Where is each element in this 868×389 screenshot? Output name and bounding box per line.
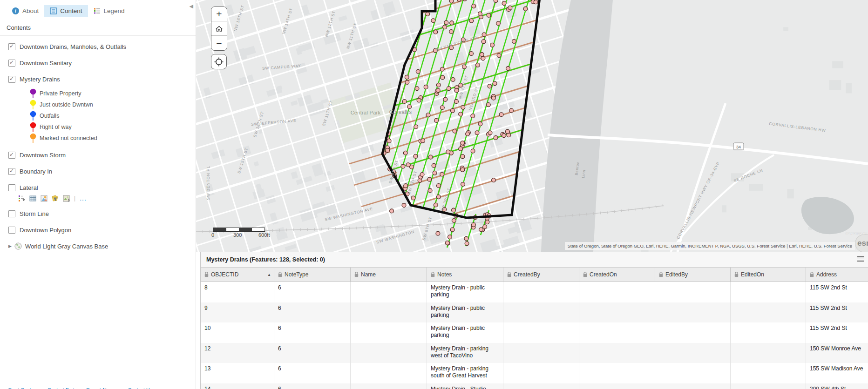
layer-label[interactable]: Downtown Polygon [20,227,71,234]
footer-link-contact-us[interactable]: Contact Us [128,387,152,389]
layer-label[interactable]: Mystery Drains [20,76,60,83]
column-header-editedby[interactable]: EditedBy [655,268,731,282]
cell-createdon [579,383,655,389]
legend-label: Marked not connected [40,135,97,141]
attribute-table-tool-icon[interactable] [29,195,36,202]
layer-row-downtown-drains-manholes-outfalls[interactable]: Downtown Drains, Manholes, & Outfalls [8,41,196,52]
tab-content[interactable]: Content [44,5,88,17]
table-row[interactable]: 86Mystery Drain - public parking115 SW 2… [201,282,868,302]
zoom-out-button[interactable]: − [211,36,227,50]
layer-more-options[interactable]: ... [80,196,87,200]
collapse-panel-icon[interactable]: ◀ [190,3,193,9]
column-header-editedon[interactable]: EditedOn [731,268,806,282]
cell-createdon [579,282,655,302]
attribute-table: Mystery Drains (Features: 128, Selected:… [200,252,868,389]
esri-logo-text: esri [857,239,868,248]
layer-row-downtown-storm[interactable]: Downtown Storm [8,150,196,160]
layer-checkbox[interactable] [8,227,15,234]
legend-label: Outfalls [40,113,59,119]
column-header-createdon[interactable]: CreatedOn [579,268,655,282]
legend-item: Just outside Dwntwn [27,99,196,110]
column-label: Notes [437,271,452,278]
divider [0,35,196,35]
table-row[interactable]: 126Mystery Drain - parking west of TacoV… [201,343,868,363]
layer-label[interactable]: Storm Line [20,210,49,217]
cell-createdon [579,343,655,363]
legend-item: Private Property [27,88,196,99]
layer-checkbox[interactable] [8,168,15,175]
table-row[interactable]: 106Mystery Drain - public parking115 SW … [201,322,868,343]
layer-checkbox[interactable] [8,210,15,217]
cell-editedby [655,282,731,302]
tab-legend[interactable]: Legend [88,5,130,17]
footer-link-trust-center[interactable]: Trust Center [8,387,35,389]
column-header-objectid[interactable]: OBJECTID▲ [201,268,274,282]
layer-row-boundary-in[interactable]: Boundary In [8,166,196,176]
transparency-tool-icon[interactable] [41,195,47,202]
zoom-in-button[interactable]: + [211,7,227,21]
table-options-icon[interactable] [857,256,864,263]
column-header-address[interactable]: Address [806,268,868,282]
cell-name [351,282,427,302]
cell-notes: Mystery Drain - public parking [427,302,503,323]
map-canvas: 34NW 16TH STNW 14TH STNW 12TH STNW 11TH … [196,0,868,252]
layer-checkbox[interactable] [8,43,15,50]
expand-arrow-icon[interactable]: ▶ [8,244,12,248]
cell-editedby [655,322,731,343]
tab-legend-label: Legend [104,7,125,14]
map-view[interactable]: 34NW 16TH STNW 14TH STNW 12TH STNW 11TH … [196,0,868,252]
column-label: CreatedOn [590,271,617,278]
layer-checkbox[interactable] [8,76,15,83]
column-header-notetype[interactable]: NoteType [274,268,351,282]
lock-icon [431,272,437,277]
legend-icon [94,7,101,14]
layer-row-downtown-sanitary[interactable]: Downtown Sanitary [8,58,196,68]
footer-link-contact-esri[interactable]: Contact Esri [47,387,74,389]
cell-objectid: 10 [201,322,274,343]
cell-editedon [731,322,806,343]
lock-icon [734,272,741,277]
cell-address: 115 SW 2nd St [806,302,868,323]
locate-button[interactable] [211,54,227,69]
table-row[interactable]: 146Mystery Drain - Studio200 SW 4th St [201,383,868,389]
column-header-notes[interactable]: Notes [427,268,503,282]
cell-notes: Mystery Drain - Studio [427,383,503,389]
layer-checkbox[interactable] [8,60,15,67]
cell-notetype: 6 [274,383,351,389]
filter-tool-icon[interactable] [52,195,59,202]
layer-row-mystery-drains[interactable]: Mystery Drains [8,74,196,84]
table-row[interactable]: 136Mystery Drain - parking south of Grea… [201,363,868,383]
layer-row-storm-line[interactable]: Storm Line [8,208,196,219]
table-row[interactable]: 96Mystery Drain - public parking115 SW 2… [201,302,868,323]
home-button[interactable] [211,21,227,36]
tab-about[interactable]: i About [7,5,44,17]
layer-label[interactable]: Downtown Sanitary [20,60,72,67]
locate-icon [214,57,224,67]
layer-row-downtown-polygon[interactable]: Downtown Polygon [8,225,196,235]
lock-icon [583,272,590,277]
column-header-createdby[interactable]: CreatedBy [503,268,579,282]
mystery-drains-legend: Private PropertyJust outside DwntwnOutfa… [27,88,196,144]
layer-label[interactable]: Downtown Drains, Manholes, & Outfalls [20,43,126,50]
cell-objectid: 8 [201,282,274,302]
layer-row-world-light-gray-canvas-base[interactable]: ▶World Light Gray Canvas Base [8,241,196,251]
sidebar-panel: i About Content Legend ◀ Contents Downto… [0,0,196,389]
legend-tool-icon[interactable] [18,195,25,202]
layer-label[interactable]: Boundary In [20,168,52,175]
layer-checkbox[interactable] [8,184,15,191]
layer-label[interactable]: Lateral [20,184,38,191]
footer-link-report-abuse[interactable]: Report Abuse [86,387,116,389]
cell-name [351,322,427,343]
column-header-name[interactable]: Name [351,268,427,282]
cell-address: 150 SW Monroe Ave [806,343,868,363]
layer-label[interactable]: World Light Gray Canvas Base [25,243,108,250]
sidebar-tabs: i About Content Legend ◀ [0,0,196,18]
layer-checkbox[interactable] [8,152,15,159]
layer-label[interactable]: Downtown Storm [20,152,66,159]
move-layer-tool-icon[interactable] [63,195,70,202]
column-label: CreatedBy [514,271,540,278]
lock-icon [354,272,361,277]
layer-row-lateral[interactable]: Lateral [8,182,196,193]
cell-editedby [655,343,731,363]
cell-notes: Mystery Drain - parking west of TacoVino [427,343,503,363]
